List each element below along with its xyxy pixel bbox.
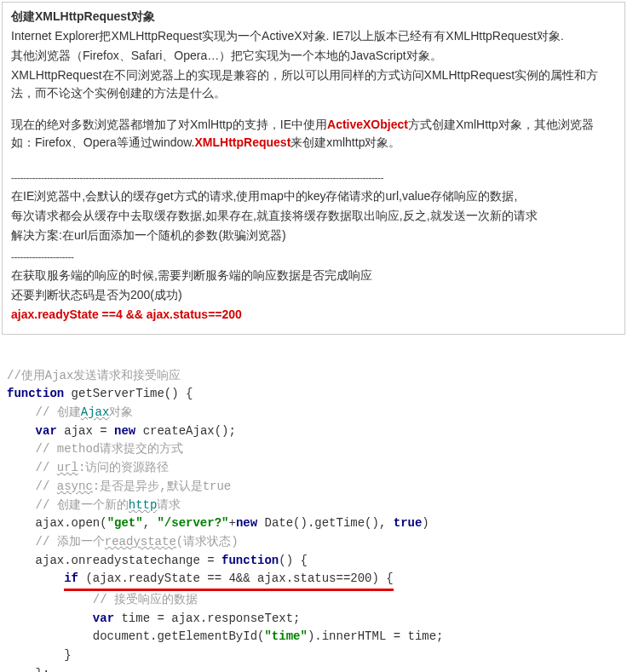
string-literal: "time" bbox=[264, 629, 307, 643]
article-title: 创建XMLHttpRequest对象 bbox=[11, 8, 616, 26]
xmlhttprequest-keyword: XMLHttpRequest bbox=[195, 135, 291, 149]
keyword-function: function bbox=[7, 387, 64, 400]
article-p5: 在IE浏览器中,会默认的缓存get方式的请求,使用map中的key存储请求的ur… bbox=[11, 187, 616, 205]
keyword-var: var bbox=[36, 424, 57, 438]
article-p2: 其他浏览器（Firefox、Safari、Opera…）把它实现为一个本地的Ja… bbox=[11, 47, 616, 65]
code-block: //使用Ajax发送请求和接受响应 function getServerTime… bbox=[0, 336, 627, 672]
code-comment: // 创建一个新的http请求 bbox=[7, 498, 181, 512]
keyword-new: new bbox=[236, 516, 257, 530]
highlighted-condition: if (ajax.readyState == 4&& ajax.status==… bbox=[64, 570, 393, 591]
keyword-true: true bbox=[394, 516, 423, 530]
code-comment: // async:是否是异步,默认是true bbox=[7, 480, 231, 493]
code-comment: // 接受响应的数据 bbox=[7, 593, 198, 606]
code-comment: // 创建Ajax对象 bbox=[7, 405, 133, 419]
code-comment: //使用Ajax发送请求和接受响应 bbox=[7, 369, 181, 382]
article-p3: XMLHttpRequest在不同浏览器上的实现是兼容的，所以可以用同样的方式访… bbox=[11, 66, 616, 102]
string-literal: "/server?" bbox=[157, 516, 228, 530]
code-comment: // 添加一个readystate(请求状态) bbox=[7, 535, 239, 549]
article-p6: 每次请求都会从缓存中去取缓存数据,如果存在,就直接将缓存数据取出响应,反之,就发… bbox=[11, 207, 616, 225]
separator-line: ----------------------------------------… bbox=[11, 170, 616, 186]
code-comment: // url:访问的资源路径 bbox=[7, 461, 169, 474]
article-p4: 现在的绝对多数浏览器都增加了对XmlHttp的支持，IE中使用ActiveXOb… bbox=[11, 116, 616, 152]
code-comment: // method请求提交的方式 bbox=[7, 442, 183, 456]
keyword-var: var bbox=[93, 612, 114, 625]
article-p8: 在获取服务端的响应的时候,需要判断服务端的响应数据是否完成响应 bbox=[11, 267, 616, 284]
ready-state-condition: ajax.readyState ==4 && ajax.status==200 bbox=[11, 306, 616, 324]
separator-short: --------------------- bbox=[11, 250, 616, 265]
article-p7: 解决方案:在url后面添加一个随机的参数(欺骗浏览器) bbox=[11, 227, 616, 244]
keyword-new: new bbox=[114, 424, 135, 438]
explanation-box: 创建XMLHttpRequest对象 Internet Explorer把XML… bbox=[2, 2, 625, 335]
article-p1: Internet Explorer把XMLHttpRequest实现为一个Act… bbox=[11, 27, 616, 45]
keyword-function: function bbox=[221, 554, 279, 567]
string-literal: "get" bbox=[107, 516, 143, 530]
activex-keyword: ActiveXObject bbox=[327, 118, 408, 131]
article-p9: 还要判断状态码是否为200(成功) bbox=[11, 286, 616, 304]
